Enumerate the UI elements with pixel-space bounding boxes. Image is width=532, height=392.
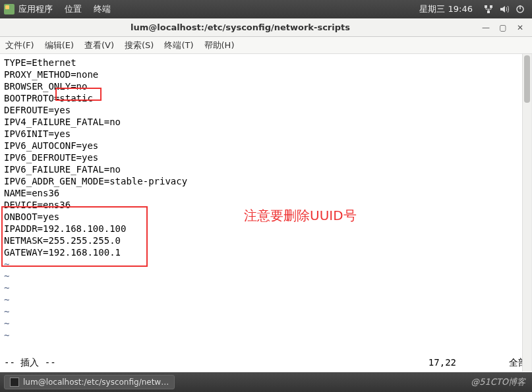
- menu-search[interactable]: 搜索(S): [125, 40, 154, 51]
- vim-tilde: ~: [4, 306, 9, 317]
- power-icon[interactable]: [515, 4, 525, 14]
- config-line: IPV6_AUTOCONF=yes: [4, 140, 98, 151]
- menu-edit[interactable]: 编辑(E): [45, 40, 74, 51]
- config-line: IPV4_FAILURE_FATAL=no: [4, 117, 121, 127]
- watermark-text: @51CTO博客: [471, 376, 525, 388]
- terminal-icon: [10, 378, 19, 387]
- config-line: NETMASK=255.255.255.0: [4, 235, 121, 246]
- config-line: IPV6_FAILURE_FATAL=no: [4, 164, 121, 175]
- maximize-button[interactable]: ▢: [498, 22, 508, 33]
- desktop-top-panel: 应用程序 位置 终端 星期三 19:46: [0, 0, 532, 18]
- svg-rect-0: [485, 5, 487, 8]
- activities-icon[interactable]: [4, 4, 15, 14]
- config-line: DEFROUTE=yes: [4, 105, 71, 115]
- desktop-bottom-panel: lum@localhost:/etc/sysconfig/netw… @51CT…: [0, 372, 532, 392]
- menu-help[interactable]: 帮助(H): [204, 40, 235, 51]
- vim-tilde: ~: [4, 283, 9, 293]
- vim-tilde: ~: [4, 318, 9, 329]
- config-line: IPADDR=192.168.100.100: [4, 223, 126, 234]
- vim-tilde: ~: [4, 294, 9, 305]
- svg-rect-1: [490, 5, 492, 8]
- panel-menu-terminal[interactable]: 终端: [94, 3, 111, 15]
- terminal-scrollbar[interactable]: [522, 54, 531, 372]
- window-title: lum@localhost:/etc/sysconfig/network-scr…: [7, 22, 474, 32]
- close-button[interactable]: ✕: [515, 22, 525, 33]
- vim-mode: -- 插入 --: [4, 357, 56, 369]
- config-line: PROXY_METHOD=none: [4, 69, 98, 80]
- vim-status-line: -- 插入 -- 17,22 全部: [0, 357, 531, 370]
- panel-clock[interactable]: 星期三 19:46: [419, 3, 473, 15]
- menu-file[interactable]: 文件(F): [5, 40, 34, 51]
- svg-rect-2: [487, 11, 490, 13]
- vim-tilde: ~: [4, 271, 9, 281]
- config-line: IPV6_DEFROUTE=yes: [4, 152, 98, 163]
- vim-tilde: ~: [4, 259, 9, 269]
- editor-content[interactable]: TYPE=Ethernet PROXY_METHOD=none BROWSER_…: [0, 54, 531, 357]
- config-line: ONBOOT=yes: [4, 211, 59, 222]
- scrollbar-thumb[interactable]: [524, 55, 530, 103]
- menu-terminal[interactable]: 终端(T): [164, 40, 193, 51]
- taskbar-item-label: lum@localhost:/etc/sysconfig/netw…: [23, 378, 169, 387]
- terminal-menubar: 文件(F) 编辑(E) 查看(V) 搜索(S) 终端(T) 帮助(H): [0, 37, 532, 54]
- config-line: TYPE=Ethernet: [4, 57, 76, 68]
- config-line: GATEWAY=192.168.100.1: [4, 247, 121, 258]
- minimize-button[interactable]: —: [481, 22, 491, 33]
- volume-icon[interactable]: [499, 4, 510, 14]
- config-line: IPV6_ADDR_GEN_MODE=stable-privacy: [4, 176, 187, 186]
- network-icon[interactable]: [483, 4, 494, 14]
- vim-cursor-position: 17,22: [429, 357, 456, 369]
- panel-menu-places[interactable]: 位置: [65, 3, 82, 15]
- config-line: BROWSER_ONLY=no: [4, 81, 87, 92]
- config-line: BOOTPROTO=static: [4, 93, 93, 103]
- panel-menu-applications[interactable]: 应用程序: [18, 3, 53, 15]
- config-line: NAME=ens36: [4, 188, 59, 198]
- vim-tilde: ~: [4, 330, 9, 341]
- annotation-text: 注意要删除UUID号: [244, 210, 357, 221]
- config-line: IPV6INIT=yes: [4, 128, 71, 139]
- terminal-area[interactable]: TYPE=Ethernet PROXY_METHOD=none BROWSER_…: [0, 54, 532, 372]
- taskbar-item-terminal[interactable]: lum@localhost:/etc/sysconfig/netw…: [4, 375, 175, 389]
- menu-view[interactable]: 查看(V): [84, 40, 114, 51]
- config-line: DEVICE=ens36: [4, 200, 71, 210]
- window-titlebar[interactable]: lum@localhost:/etc/sysconfig/network-scr…: [0, 18, 532, 37]
